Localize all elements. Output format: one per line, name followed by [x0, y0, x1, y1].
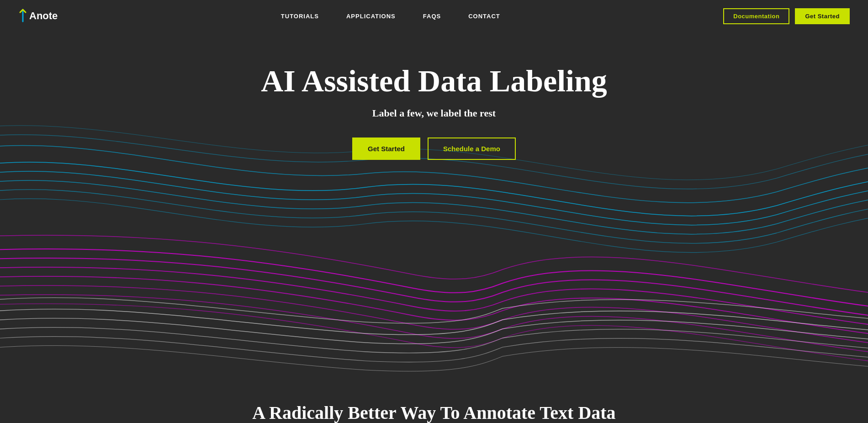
- get-started-nav-button[interactable]: Get Started: [795, 8, 850, 24]
- nav-applications[interactable]: APPLICATIONS: [346, 13, 396, 20]
- navbar: Anote TUTORIALS APPLICATIONS FAQS CONTAC…: [0, 0, 868, 32]
- hero-get-started-button[interactable]: Get Started: [352, 137, 420, 160]
- hero-subtitle: Label a few, we label the rest: [0, 107, 868, 119]
- nav-links: TUTORIALS APPLICATIONS FAQS CONTACT: [281, 13, 500, 20]
- hero-title: AI Assisted Data Labeling: [0, 64, 868, 98]
- logo-icon: [18, 9, 27, 23]
- hero-section: AI Assisted Data Labeling Label a few, w…: [0, 32, 868, 379]
- logo-text: Anote: [29, 10, 58, 22]
- nav-contact[interactable]: CONTACT: [468, 13, 500, 20]
- documentation-button[interactable]: Documentation: [723, 8, 789, 24]
- bottom-title: A Radically Better Way To Annotate Text …: [18, 402, 850, 423]
- nav-tutorials[interactable]: TUTORIALS: [281, 13, 319, 20]
- bottom-section: A Radically Better Way To Annotate Text …: [0, 379, 868, 423]
- logo[interactable]: Anote: [18, 9, 58, 23]
- hero-content: AI Assisted Data Labeling Label a few, w…: [0, 64, 868, 160]
- hero-buttons: Get Started Schedule a Demo: [0, 137, 868, 160]
- nav-faqs[interactable]: FAQS: [423, 13, 441, 20]
- hero-schedule-demo-button[interactable]: Schedule a Demo: [428, 137, 516, 160]
- nav-actions: Documentation Get Started: [723, 8, 850, 24]
